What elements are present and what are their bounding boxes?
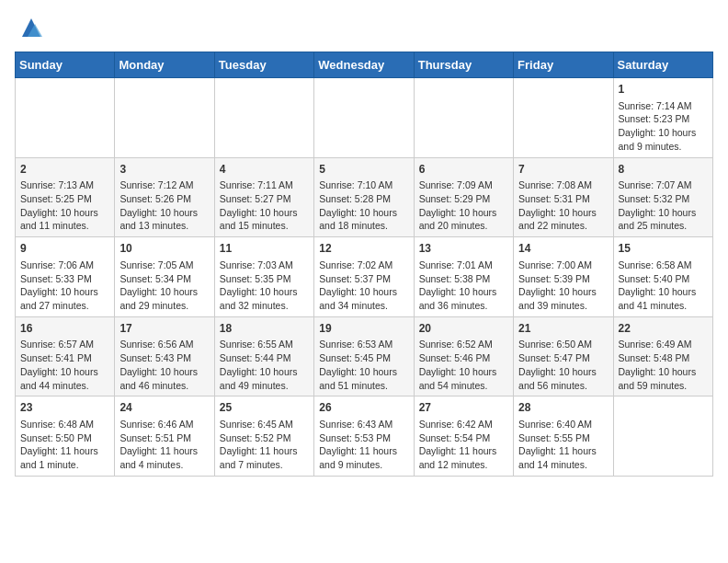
day-info: Sunrise: 6:49 AM Sunset: 5:48 PM Dayligh…	[619, 338, 708, 392]
day-info: Sunrise: 7:03 AM Sunset: 5:35 PM Dayligh…	[220, 259, 309, 313]
day-number: 1	[619, 82, 708, 98]
calendar-cell	[115, 78, 214, 158]
day-info: Sunrise: 6:50 AM Sunset: 5:47 PM Dayligh…	[518, 338, 608, 392]
calendar-cell: 12Sunrise: 7:02 AM Sunset: 5:37 PM Dayli…	[314, 237, 414, 317]
logo-icon	[18, 15, 44, 40]
calendar-week-row: 1Sunrise: 7:14 AM Sunset: 5:23 PM Daylig…	[16, 78, 713, 158]
day-info: Sunrise: 7:10 AM Sunset: 5:28 PM Dayligh…	[319, 178, 408, 233]
day-info: Sunrise: 6:46 AM Sunset: 5:51 PM Dayligh…	[119, 418, 209, 472]
day-info: Sunrise: 6:48 AM Sunset: 5:50 PM Dayligh…	[20, 418, 109, 472]
day-header-sunday: Sunday	[16, 52, 115, 78]
day-info: Sunrise: 7:01 AM Sunset: 5:38 PM Dayligh…	[419, 259, 508, 313]
day-number: 17	[119, 321, 209, 337]
day-number: 23	[20, 400, 109, 416]
day-info: Sunrise: 6:57 AM Sunset: 5:41 PM Dayligh…	[20, 338, 109, 392]
calendar-cell: 8Sunrise: 7:07 AM Sunset: 5:32 PM Daylig…	[613, 157, 712, 237]
day-number: 12	[319, 241, 408, 257]
calendar-cell: 19Sunrise: 6:53 AM Sunset: 5:45 PM Dayli…	[314, 316, 414, 396]
day-info: Sunrise: 7:06 AM Sunset: 5:33 PM Dayligh…	[20, 259, 109, 313]
day-info: Sunrise: 7:00 AM Sunset: 5:39 PM Dayligh…	[518, 259, 608, 313]
day-info: Sunrise: 6:45 AM Sunset: 5:52 PM Dayligh…	[220, 418, 309, 472]
calendar-cell	[414, 78, 513, 158]
day-info: Sunrise: 6:55 AM Sunset: 5:44 PM Dayligh…	[220, 338, 309, 392]
day-number: 14	[518, 241, 608, 257]
calendar-cell: 23Sunrise: 6:48 AM Sunset: 5:50 PM Dayli…	[16, 396, 115, 477]
calendar-cell: 15Sunrise: 6:58 AM Sunset: 5:40 PM Dayli…	[613, 237, 712, 317]
calendar-cell	[16, 78, 115, 158]
calendar-cell: 26Sunrise: 6:43 AM Sunset: 5:53 PM Dayli…	[314, 396, 414, 477]
calendar-cell	[514, 78, 613, 158]
day-info: Sunrise: 6:53 AM Sunset: 5:45 PM Dayligh…	[319, 338, 408, 392]
day-number: 4	[220, 162, 309, 178]
day-info: Sunrise: 7:05 AM Sunset: 5:34 PM Dayligh…	[119, 259, 209, 313]
day-number: 27	[419, 400, 508, 416]
day-header-thursday: Thursday	[414, 52, 513, 78]
day-info: Sunrise: 6:42 AM Sunset: 5:54 PM Dayligh…	[419, 418, 508, 472]
calendar-cell	[214, 78, 313, 158]
calendar-cell: 11Sunrise: 7:03 AM Sunset: 5:35 PM Dayli…	[214, 237, 313, 317]
day-number: 15	[619, 241, 708, 257]
calendar-cell	[613, 396, 712, 477]
day-info: Sunrise: 6:56 AM Sunset: 5:43 PM Dayligh…	[119, 338, 209, 392]
day-number: 10	[119, 241, 209, 257]
day-number: 19	[319, 321, 408, 337]
calendar-cell: 21Sunrise: 6:50 AM Sunset: 5:47 PM Dayli…	[514, 316, 613, 396]
calendar-cell: 27Sunrise: 6:42 AM Sunset: 5:54 PM Dayli…	[414, 396, 513, 477]
day-info: Sunrise: 6:52 AM Sunset: 5:46 PM Dayligh…	[419, 338, 508, 392]
calendar-cell: 17Sunrise: 6:56 AM Sunset: 5:43 PM Dayli…	[115, 316, 214, 396]
day-header-saturday: Saturday	[613, 52, 712, 78]
day-info: Sunrise: 7:08 AM Sunset: 5:31 PM Dayligh…	[518, 178, 608, 233]
day-number: 28	[518, 400, 608, 416]
calendar-header: SundayMondayTuesdayWednesdayThursdayFrid…	[16, 52, 713, 78]
calendar-week-row: 2Sunrise: 7:13 AM Sunset: 5:25 PM Daylig…	[16, 157, 713, 237]
calendar-cell	[314, 78, 414, 158]
day-info: Sunrise: 7:09 AM Sunset: 5:29 PM Dayligh…	[419, 178, 508, 233]
calendar-cell: 3Sunrise: 7:12 AM Sunset: 5:26 PM Daylig…	[115, 157, 214, 237]
day-info: Sunrise: 7:02 AM Sunset: 5:37 PM Dayligh…	[319, 259, 408, 313]
day-number: 9	[20, 241, 109, 257]
calendar-cell: 16Sunrise: 6:57 AM Sunset: 5:41 PM Dayli…	[16, 316, 115, 396]
day-header-friday: Friday	[514, 52, 613, 78]
day-header-monday: Monday	[115, 52, 214, 78]
calendar-cell: 24Sunrise: 6:46 AM Sunset: 5:51 PM Dayli…	[115, 396, 214, 477]
day-info: Sunrise: 7:14 AM Sunset: 5:23 PM Dayligh…	[619, 99, 708, 154]
day-number: 5	[319, 162, 408, 178]
calendar-cell: 10Sunrise: 7:05 AM Sunset: 5:34 PM Dayli…	[115, 237, 214, 317]
calendar-week-row: 23Sunrise: 6:48 AM Sunset: 5:50 PM Dayli…	[16, 396, 713, 477]
day-number: 25	[220, 400, 309, 416]
calendar-cell: 7Sunrise: 7:08 AM Sunset: 5:31 PM Daylig…	[514, 157, 613, 237]
day-number: 7	[518, 162, 608, 178]
calendar-cell: 25Sunrise: 6:45 AM Sunset: 5:52 PM Dayli…	[214, 396, 313, 477]
calendar-cell: 6Sunrise: 7:09 AM Sunset: 5:29 PM Daylig…	[414, 157, 513, 237]
day-info: Sunrise: 6:40 AM Sunset: 5:55 PM Dayligh…	[518, 418, 608, 472]
day-number: 24	[119, 400, 209, 416]
day-number: 21	[518, 321, 608, 337]
day-number: 16	[20, 321, 109, 337]
day-info: Sunrise: 6:43 AM Sunset: 5:53 PM Dayligh…	[319, 418, 408, 472]
logo	[15, 15, 44, 40]
day-header-wednesday: Wednesday	[314, 52, 414, 78]
calendar-cell: 20Sunrise: 6:52 AM Sunset: 5:46 PM Dayli…	[414, 316, 513, 396]
calendar-cell: 28Sunrise: 6:40 AM Sunset: 5:55 PM Dayli…	[514, 396, 613, 477]
day-info: Sunrise: 6:58 AM Sunset: 5:40 PM Dayligh…	[619, 259, 708, 313]
day-number: 18	[220, 321, 309, 337]
calendar-week-row: 16Sunrise: 6:57 AM Sunset: 5:41 PM Dayli…	[16, 316, 713, 396]
calendar-week-row: 9Sunrise: 7:06 AM Sunset: 5:33 PM Daylig…	[16, 237, 713, 317]
calendar-body: 1Sunrise: 7:14 AM Sunset: 5:23 PM Daylig…	[16, 78, 713, 477]
day-number: 2	[20, 162, 109, 178]
day-number: 22	[619, 321, 708, 337]
day-header-tuesday: Tuesday	[214, 52, 313, 78]
day-number: 8	[619, 162, 708, 178]
day-info: Sunrise: 7:12 AM Sunset: 5:26 PM Dayligh…	[119, 178, 209, 233]
calendar-cell: 9Sunrise: 7:06 AM Sunset: 5:33 PM Daylig…	[16, 237, 115, 317]
day-info: Sunrise: 7:13 AM Sunset: 5:25 PM Dayligh…	[20, 178, 109, 233]
calendar-cell: 18Sunrise: 6:55 AM Sunset: 5:44 PM Dayli…	[214, 316, 313, 396]
calendar-table: SundayMondayTuesdayWednesdayThursdayFrid…	[15, 52, 713, 477]
calendar-cell: 2Sunrise: 7:13 AM Sunset: 5:25 PM Daylig…	[16, 157, 115, 237]
calendar-cell: 22Sunrise: 6:49 AM Sunset: 5:48 PM Dayli…	[613, 316, 712, 396]
day-info: Sunrise: 7:11 AM Sunset: 5:27 PM Dayligh…	[220, 178, 309, 233]
calendar-cell: 5Sunrise: 7:10 AM Sunset: 5:28 PM Daylig…	[314, 157, 414, 237]
day-number: 3	[119, 162, 209, 178]
day-number: 6	[419, 162, 508, 178]
day-number: 11	[220, 241, 309, 257]
